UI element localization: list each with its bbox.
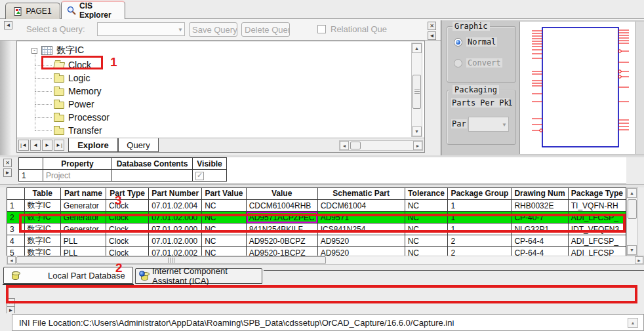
cell[interactable]: 数字IC bbox=[24, 200, 60, 212]
table-row[interactable]: 1数字ICGeneratorClock07.01.02.004NCCDCM610… bbox=[7, 200, 626, 212]
results-horizontal-scrollbar[interactable]: ◄ ► bbox=[7, 256, 644, 265]
close-icon[interactable]: ✕ bbox=[3, 159, 12, 167]
tab-scroll-first-button[interactable]: |◄ bbox=[18, 140, 29, 151]
column-header[interactable]: Visible bbox=[193, 158, 227, 170]
cell[interactable]: 07.01.02.000 bbox=[149, 235, 202, 247]
column-header[interactable]: Schematic Part bbox=[317, 188, 405, 200]
cell[interactable]: 1 bbox=[448, 200, 512, 212]
cell-visible[interactable] bbox=[193, 170, 227, 182]
scroll-left-icon[interactable]: ◄ bbox=[340, 141, 349, 150]
row-number[interactable]: 5 bbox=[7, 247, 25, 256]
tree-item-transfer[interactable]: Transfer bbox=[54, 124, 102, 137]
table-row[interactable]: 1Project bbox=[19, 170, 227, 182]
column-header[interactable]: Drawing Num bbox=[512, 188, 568, 200]
cell[interactable]: PLL bbox=[60, 247, 106, 256]
tree-hscroll-thumb[interactable] bbox=[350, 142, 361, 149]
cell-database-contents[interactable] bbox=[112, 170, 193, 182]
cell[interactable]: NC bbox=[202, 235, 246, 247]
scroll-up-icon[interactable]: ▲ bbox=[627, 188, 637, 198]
cell-property[interactable]: Project bbox=[43, 170, 112, 182]
cell[interactable]: RHB0032E bbox=[512, 200, 568, 212]
column-header[interactable]: Property bbox=[43, 158, 112, 170]
cell[interactable]: 07.01.02.002 bbox=[149, 247, 202, 256]
column-header[interactable]: Part name bbox=[60, 188, 106, 200]
scroll-up-icon[interactable]: ▲ bbox=[412, 43, 422, 53]
results-hscroll-thumb[interactable] bbox=[16, 256, 326, 264]
tab-cis-explorer[interactable]: CIS Explorer bbox=[61, 1, 125, 19]
toolbar-collapse-button[interactable]: ◄ bbox=[4, 21, 12, 29]
tree-item-logic[interactable]: Logic bbox=[54, 71, 90, 85]
cell[interactable]: 数字IC bbox=[24, 235, 60, 247]
column-header[interactable]: Part Value bbox=[202, 188, 246, 200]
row-number[interactable]: 1 bbox=[19, 170, 43, 182]
visible-checkbox[interactable] bbox=[195, 172, 204, 180]
tree-item-processor[interactable]: Processor bbox=[54, 111, 110, 124]
relational-query-checkbox[interactable] bbox=[317, 25, 326, 33]
cell[interactable]: CP-64-4 bbox=[512, 235, 568, 247]
column-header[interactable]: Table bbox=[24, 188, 60, 200]
cell[interactable]: 07.01.02.004 bbox=[149, 200, 202, 212]
column-header[interactable]: Tolerance bbox=[405, 188, 448, 200]
scroll-down-icon[interactable]: ▼ bbox=[627, 245, 637, 255]
scroll-down-icon[interactable]: ▼ bbox=[412, 127, 422, 136]
tree-item-memory[interactable]: Memory bbox=[54, 85, 102, 98]
cell[interactable]: ADI_LFCSP_ bbox=[568, 235, 626, 247]
tab-query[interactable]: Query bbox=[118, 138, 159, 152]
cell[interactable]: AD9520-1BCPZ bbox=[246, 247, 317, 256]
cell[interactable]: CDCM61004RHB bbox=[246, 200, 317, 212]
cell[interactable]: PLL bbox=[60, 235, 106, 247]
cell[interactable]: NC bbox=[202, 200, 246, 212]
cell[interactable]: Clock bbox=[106, 200, 149, 212]
tree-vertical-scrollbar[interactable]: ▲ ▼ bbox=[411, 43, 422, 137]
scroll-up-icon[interactable]: ▲ bbox=[628, 318, 638, 328]
cell[interactable]: AD9520 bbox=[317, 235, 405, 247]
results-vertical-scrollbar[interactable]: ▲ ▼ bbox=[626, 187, 638, 256]
cell[interactable]: 2 bbox=[448, 235, 512, 247]
column-header[interactable]: Database Contents bbox=[112, 158, 193, 170]
cell[interactable]: Generator bbox=[60, 200, 106, 212]
tab-scroll-next-button[interactable]: ► bbox=[42, 140, 52, 151]
column-header[interactable]: Package Type bbox=[568, 188, 626, 200]
tab-scroll-last-button[interactable]: ►| bbox=[54, 140, 64, 151]
tab-internet-component-assistant[interactable]: Internet Component Assistant (ICA) bbox=[135, 268, 262, 284]
tab-scroll-prev-button[interactable]: ◄ bbox=[30, 140, 41, 151]
scroll-right-icon[interactable]: ► bbox=[413, 141, 422, 150]
column-header[interactable]: Value bbox=[246, 188, 317, 200]
cell[interactable]: ADI_LFCSP_ bbox=[568, 247, 626, 256]
tab-local-part-database[interactable]: Local Part Database bbox=[3, 267, 133, 284]
table-row[interactable]: 5数字ICPLLClock07.01.02.002NCAD9520-1BCPZA… bbox=[7, 247, 626, 256]
table-row[interactable]: 4数字ICPLLClock07.01.02.000NCAD9520-0BCPZA… bbox=[7, 235, 626, 247]
tab-explore[interactable]: Explore bbox=[68, 138, 118, 152]
cell[interactable]: Clock bbox=[106, 235, 149, 247]
cell[interactable]: AD9520-0BCPZ bbox=[246, 235, 317, 247]
tree-scroll-thumb[interactable] bbox=[413, 75, 421, 109]
cell[interactable]: NC bbox=[202, 247, 246, 256]
save-query-button[interactable]: Save Query bbox=[189, 22, 237, 37]
query-combobox[interactable]: ▼ bbox=[97, 22, 185, 36]
tree-item-root[interactable]: -数字IC bbox=[31, 44, 84, 57]
column-header[interactable]: Package Group bbox=[448, 188, 512, 200]
column-header[interactable]: Part Number bbox=[149, 188, 202, 200]
row-number[interactable]: 4 bbox=[7, 235, 25, 247]
cell[interactable]: NC bbox=[405, 247, 448, 256]
cell[interactable]: 数字IC bbox=[24, 247, 60, 256]
results-vscroll-thumb[interactable] bbox=[628, 199, 637, 219]
cell[interactable]: 2 bbox=[448, 247, 512, 256]
collapse-right-icon[interactable]: ► bbox=[3, 168, 12, 177]
normal-radio-row[interactable]: Normal bbox=[454, 37, 497, 47]
tab-page1[interactable]: PAGE1 bbox=[5, 3, 60, 19]
cell[interactable]: CP-64-4 bbox=[512, 247, 568, 256]
cell[interactable]: AD9520 bbox=[317, 247, 405, 256]
tree-horizontal-scrollbar[interactable]: ◄ ► bbox=[339, 140, 423, 151]
radio-normal-icon[interactable] bbox=[454, 38, 462, 47]
cell[interactable]: NC bbox=[405, 235, 448, 247]
scroll-left-icon[interactable]: ◄ bbox=[7, 256, 16, 264]
cell[interactable]: Clock bbox=[106, 247, 149, 256]
expander-minus-icon[interactable]: - bbox=[31, 48, 37, 54]
cell[interactable]: NC bbox=[405, 200, 448, 212]
preview-scroll-strip[interactable] bbox=[635, 22, 644, 154]
cell[interactable]: CDCM61004 bbox=[317, 200, 405, 212]
tree-item-power[interactable]: Power bbox=[54, 98, 94, 111]
column-header[interactable]: Part Type bbox=[106, 188, 149, 200]
cell[interactable]: TI_VQFN-RH bbox=[568, 200, 626, 212]
